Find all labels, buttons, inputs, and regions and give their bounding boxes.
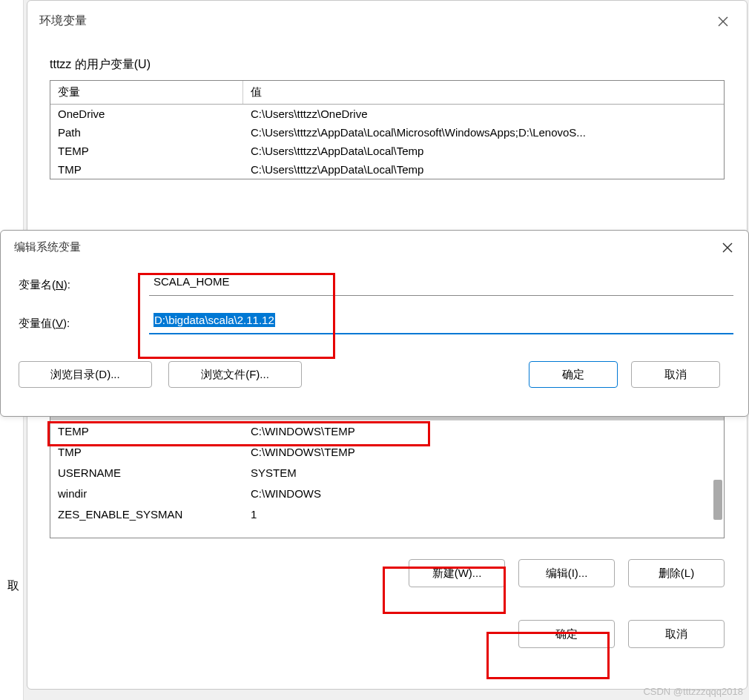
ok-button[interactable]: 确定	[518, 620, 615, 648]
cell-var: windir	[50, 485, 243, 502]
cell-var: USERNAME	[50, 464, 243, 481]
var-value-input[interactable]: D:\bigdata\scala\2.11.12	[149, 312, 733, 334]
scrollbar-thumb[interactable]	[713, 480, 722, 520]
new-button[interactable]: 新建(W)...	[409, 559, 505, 587]
cell-val: C:\Users\tttzz\AppData\Local\Microsoft\W…	[243, 123, 724, 142]
cell-var: TEMP	[50, 142, 243, 160]
var-name-label: 变量名(N):	[16, 278, 149, 292]
cell-var: ZES_ENABLE_SYSMAN	[50, 506, 243, 523]
cancel-button[interactable]: 取消	[628, 620, 725, 648]
cell-var: TMP	[50, 160, 243, 179]
env-dialog-title: 环境变量	[39, 13, 87, 29]
table-row[interactable]: ZES_ENABLE_SYSMAN 1	[50, 503, 724, 524]
partial-text: 取	[7, 578, 19, 594]
cell-var: TMP	[50, 443, 243, 460]
cell-val: C:\Users\tttzz\AppData\Local\Temp	[243, 160, 724, 179]
delete-button[interactable]: 删除(L)	[628, 559, 725, 587]
cell-val: C:\WINDOWS\TEMP	[243, 423, 724, 440]
user-vars-group: tttzz 的用户变量(U) 变量 值 OneDrive C:\Users\tt…	[50, 57, 725, 179]
cancel-button[interactable]: 取消	[631, 361, 720, 388]
cell-val: C:\WINDOWS\TEMP	[243, 443, 724, 460]
sys-button-row: 新建(W)... 编辑(I)... 删除(L)	[50, 559, 725, 587]
var-value-label: 变量值(V):	[16, 317, 149, 331]
user-vars-label: tttzz 的用户变量(U)	[50, 57, 725, 73]
table-row[interactable]: windir C:\WINDOWS	[50, 483, 724, 503]
col-header-val[interactable]: 值	[243, 81, 724, 104]
browse-dir-button[interactable]: 浏览目录(D)...	[19, 361, 152, 388]
edit-button-row: 浏览目录(D)... 浏览文件(F)... 确定 取消	[16, 351, 733, 388]
col-header-var[interactable]: 变量	[50, 81, 243, 104]
edit-dialog-title: 编辑系统变量	[14, 240, 81, 254]
cell-val: SYSTEM	[243, 464, 724, 481]
browse-file-button[interactable]: 浏览文件(F)...	[168, 361, 302, 388]
table-row[interactable]: TMP C:\WINDOWS\TEMP	[50, 441, 724, 462]
table-row[interactable]: OneDrive C:\Users\tttzz\OneDrive	[50, 105, 724, 123]
cell-var: Path	[50, 123, 243, 142]
var-name-input[interactable]: SCALA_HOME	[149, 274, 733, 296]
table-header: 变量 值	[50, 81, 724, 105]
table-row[interactable]: Path C:\Users\tttzz\AppData\Local\Micros…	[50, 123, 724, 142]
table-row[interactable]: TEMP C:\Users\tttzz\AppData\Local\Temp	[50, 142, 724, 160]
close-icon[interactable]	[716, 236, 739, 260]
env-titlebar: 环境变量	[27, 1, 747, 42]
table-row[interactable]: USERNAME SYSTEM	[50, 462, 724, 483]
edit-system-variable-dialog: 编辑系统变量 变量名(N): SCALA_HOME 变量值(V): D:\big…	[0, 230, 749, 417]
table-row[interactable]: TEMP C:\WINDOWS\TEMP	[50, 420, 724, 441]
var-value-row: 变量值(V): D:\bigdata\scala\2.11.12	[16, 312, 733, 334]
table-row[interactable]: TMP C:\Users\tttzz\AppData\Local\Temp	[50, 160, 724, 179]
user-vars-table[interactable]: 变量 值 OneDrive C:\Users\tttzz\OneDrive Pa…	[50, 80, 725, 179]
edit-titlebar: 编辑系统变量	[1, 231, 748, 265]
cell-var: OneDrive	[50, 105, 243, 123]
edit-button[interactable]: 编辑(I)...	[518, 559, 615, 587]
close-icon[interactable]	[711, 10, 735, 33]
sys-vars-table[interactable]: SCALA_HOME D:\bigdata\scala\2.11.12 TEMP…	[50, 399, 725, 538]
var-name-row: 变量名(N): SCALA_HOME	[16, 274, 733, 296]
cell-val: C:\Users\tttzz\OneDrive	[243, 105, 724, 123]
edit-body: 变量名(N): SCALA_HOME 变量值(V): D:\bigdata\sc…	[1, 265, 748, 388]
ok-button[interactable]: 确定	[529, 361, 618, 388]
cell-val: C:\WINDOWS	[243, 485, 724, 502]
cell-var: TEMP	[50, 423, 243, 440]
sys-vars-group: SCALA_HOME D:\bigdata\scala\2.11.12 TEMP…	[50, 399, 725, 587]
watermark: CSDN @tttzzzqqq2018	[643, 686, 743, 697]
cell-val: C:\Users\tttzz\AppData\Local\Temp	[243, 142, 724, 160]
dialog-button-row: 确定 取消	[50, 620, 725, 648]
cell-val: 1	[243, 506, 724, 523]
